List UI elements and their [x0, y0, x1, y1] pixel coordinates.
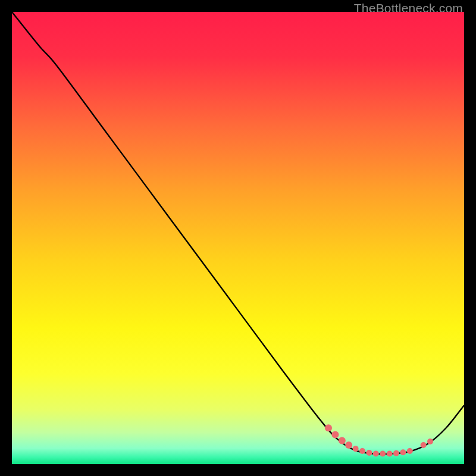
- curve-marker: [345, 441, 352, 449]
- curve-marker: [421, 442, 427, 448]
- curve-marker: [359, 448, 365, 454]
- curve-marker: [407, 448, 413, 454]
- chart-svg: [12, 12, 464, 464]
- curve-marker: [331, 431, 339, 439]
- curve-marker: [427, 439, 433, 444]
- curve-marker: [387, 451, 393, 457]
- curve-marker: [353, 446, 359, 452]
- curve-marker: [393, 450, 399, 456]
- curve-marker: [373, 451, 379, 457]
- curve-marker: [339, 437, 346, 444]
- curve-marker: [380, 451, 386, 457]
- gradient-background: [12, 12, 464, 464]
- curve-marker: [400, 449, 406, 455]
- curve-marker: [325, 424, 332, 431]
- chart-frame: [12, 12, 464, 464]
- curve-marker: [366, 450, 372, 456]
